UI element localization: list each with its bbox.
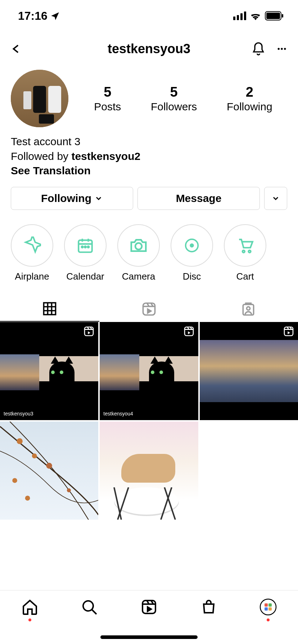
status-time-group: 17:16 bbox=[18, 9, 60, 23]
svg-point-14 bbox=[135, 243, 142, 249]
back-icon[interactable] bbox=[11, 42, 22, 56]
svg-point-29 bbox=[12, 478, 17, 483]
svg-rect-25 bbox=[284, 327, 293, 336]
post-item[interactable] bbox=[0, 422, 98, 520]
svg-rect-23 bbox=[85, 327, 93, 336]
svg-rect-24 bbox=[185, 327, 193, 336]
post-item[interactable]: testkensyou3 bbox=[0, 322, 98, 420]
svg-point-26 bbox=[17, 438, 22, 444]
tab-grid[interactable] bbox=[0, 296, 99, 322]
airplane-icon bbox=[23, 236, 41, 254]
post-item[interactable] bbox=[200, 322, 298, 420]
svg-rect-6 bbox=[282, 14, 283, 18]
wifi-icon bbox=[250, 12, 261, 20]
stat-following[interactable]: 2 Following bbox=[227, 84, 272, 113]
followed-by[interactable]: Followed by testkensyou2 bbox=[11, 149, 287, 164]
post-item[interactable]: testkensyou4 bbox=[100, 322, 198, 420]
stat-followers[interactable]: 5 Followers bbox=[151, 84, 197, 113]
reels-icon bbox=[140, 598, 158, 616]
svg-point-16 bbox=[190, 244, 193, 247]
profile-bio: Test account 3 Followed by testkensyou2 … bbox=[0, 134, 298, 178]
svg-rect-36 bbox=[268, 603, 272, 607]
svg-rect-2 bbox=[240, 13, 243, 20]
svg-point-34 bbox=[260, 599, 276, 615]
svg-point-12 bbox=[85, 246, 86, 248]
svg-point-7 bbox=[278, 48, 280, 50]
location-icon bbox=[50, 11, 60, 20]
bio-name: Test account 3 bbox=[11, 134, 287, 149]
post-empty bbox=[200, 422, 298, 520]
followed-by-prefix: Followed by bbox=[11, 150, 71, 162]
post-caption: testkensyou4 bbox=[103, 411, 133, 417]
svg-point-31 bbox=[25, 496, 30, 501]
svg-point-11 bbox=[82, 246, 83, 248]
content-tabs bbox=[0, 296, 298, 322]
stat-followers-count: 5 bbox=[151, 84, 197, 100]
notifications-icon[interactable] bbox=[251, 41, 266, 57]
highlight-calendar[interactable]: Calendar bbox=[64, 224, 107, 282]
svg-point-18 bbox=[248, 250, 250, 252]
calendar-icon bbox=[76, 236, 94, 254]
svg-point-30 bbox=[67, 488, 71, 492]
svg-point-22 bbox=[247, 307, 250, 310]
reels-badge-icon bbox=[283, 326, 294, 337]
avatar[interactable] bbox=[11, 70, 68, 127]
cart-icon bbox=[236, 236, 254, 254]
svg-point-27 bbox=[32, 454, 37, 459]
stat-following-label: Following bbox=[227, 101, 272, 113]
action-buttons: Following Message bbox=[0, 178, 298, 213]
chevron-down-icon bbox=[94, 194, 103, 203]
svg-rect-19 bbox=[44, 303, 56, 314]
svg-point-8 bbox=[281, 48, 283, 50]
nav-home[interactable] bbox=[19, 598, 41, 616]
tagged-icon bbox=[240, 301, 256, 317]
svg-rect-37 bbox=[265, 607, 268, 611]
reels-badge-icon bbox=[83, 326, 95, 337]
nav-search[interactable] bbox=[78, 598, 100, 616]
svg-rect-0 bbox=[233, 17, 235, 20]
stat-followers-label: Followers bbox=[151, 101, 197, 113]
svg-point-13 bbox=[87, 246, 89, 248]
header-username[interactable]: testkensyou3 bbox=[54, 41, 244, 56]
home-indicator[interactable] bbox=[100, 635, 198, 639]
tab-reels[interactable] bbox=[99, 296, 199, 322]
grid-icon bbox=[42, 301, 58, 317]
highlight-label: Calendar bbox=[64, 271, 107, 282]
status-time: 17:16 bbox=[18, 9, 48, 23]
svg-rect-35 bbox=[265, 603, 268, 607]
nav-reels[interactable] bbox=[138, 598, 160, 616]
see-translation[interactable]: See Translation bbox=[11, 164, 287, 178]
shop-icon bbox=[200, 598, 217, 616]
svg-point-9 bbox=[284, 48, 286, 50]
profile-summary: 5 Posts 5 Followers 2 Following bbox=[0, 66, 298, 134]
following-button[interactable]: Following bbox=[11, 187, 133, 210]
highlight-label: Camera bbox=[117, 271, 160, 282]
message-button[interactable]: Message bbox=[137, 187, 260, 210]
svg-rect-20 bbox=[143, 303, 155, 315]
home-icon bbox=[21, 598, 39, 616]
camera-icon bbox=[129, 236, 148, 255]
highlight-airplane[interactable]: Airplane bbox=[11, 224, 53, 282]
svg-rect-33 bbox=[143, 601, 155, 613]
status-bar: 17:16 bbox=[0, 0, 298, 32]
highlight-disc[interactable]: Disc bbox=[171, 224, 213, 282]
reels-badge-icon bbox=[183, 326, 195, 337]
svg-point-17 bbox=[243, 250, 245, 252]
nav-profile[interactable] bbox=[257, 598, 279, 616]
svg-rect-3 bbox=[244, 12, 246, 20]
followed-by-user: testkensyou2 bbox=[71, 150, 140, 162]
highlight-label: Airplane bbox=[11, 271, 53, 282]
battery-icon bbox=[265, 11, 284, 20]
post-item[interactable] bbox=[100, 422, 198, 520]
highlight-camera[interactable]: Camera bbox=[117, 224, 160, 282]
highlight-cart[interactable]: Cart bbox=[224, 224, 266, 282]
posts-grid: testkensyou3 testkensyou4 bbox=[0, 322, 298, 520]
suggestions-button[interactable] bbox=[264, 187, 287, 210]
notification-dot bbox=[267, 618, 270, 621]
tab-tagged[interactable] bbox=[199, 296, 298, 322]
cellular-icon bbox=[233, 12, 246, 20]
stat-posts-label: Posts bbox=[94, 101, 121, 113]
more-icon[interactable] bbox=[276, 43, 287, 54]
stat-posts[interactable]: 5 Posts bbox=[94, 84, 121, 113]
nav-shop[interactable] bbox=[198, 598, 220, 616]
